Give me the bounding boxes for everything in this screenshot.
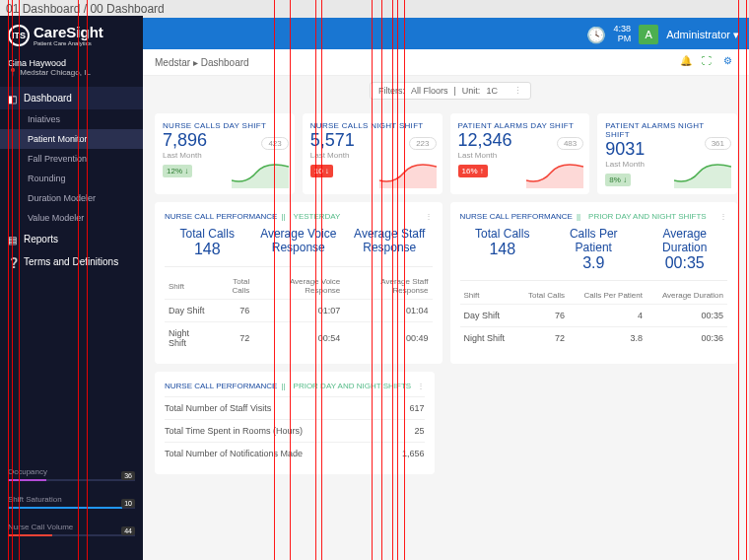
terms-icon: ❔ [8,257,18,267]
metric: Average Staff Response [347,227,433,258]
brand: ITS CareSightPatient Care Analytics [0,16,143,54]
table: ShiftTotal CallsAverage Voice ResponseAv… [165,273,433,354]
nav-sub-value-modeler[interactable]: Value Modeler [0,208,143,228]
table-row: Day Shift76400:35 [460,305,728,327]
sidebar: ITS CareSightPatient Care Analytics Gina… [0,16,143,560]
kpi-pill: 223 [409,137,436,150]
expand-icon[interactable]: ⛶ [702,55,715,69]
metric: Calls Per Patient3.9 [551,227,637,272]
dashboard-icon: ◧ [8,94,18,104]
kpi-card: NURSE CALLS NIGHT SHIFT 5,571 Last Month… [303,113,443,194]
kv-row: Total Number of Staff Visits617 [165,396,425,419]
brand-sub: Patient Care Analytics [34,40,103,46]
nav-dashboard[interactable]: ◧Dashboard [0,87,143,109]
gear-icon[interactable]: ⚙ [723,55,737,69]
kpi-pill: 423 [261,137,288,150]
nav-sub-patient-monitor[interactable]: Patient Monitor [0,129,143,149]
main: Medstar ▸ Dashboard 🔔 ⛶ ⚙ Filters:All Fl… [143,49,749,560]
reports-icon: ▤ [8,235,18,245]
dots-icon[interactable]: ⋮ [719,212,727,221]
table-row: Day Shift7601:0701:04 [165,300,433,322]
avatar[interactable]: A [639,25,658,44]
kv-row: Total Number of Notifications Made1,656 [165,442,425,464]
kpi-title: NURSE CALLS DAY SHIFT [163,121,287,130]
sparkline [674,161,731,188]
brand-name: CareSight [34,24,103,40]
panel-nurse-call-yesterday: NURSE CALL PERFORMANCE || YESTERDAY⋮Tota… [155,202,443,364]
time-display: 4:38PM [614,25,632,44]
kpi-badge: 12% ↓ [163,165,192,177]
role-label[interactable]: Administrator ▾ [666,29,739,41]
clock-icon: 🕓 [586,26,606,44]
nav-reports[interactable]: ▤Reports [0,228,143,250]
metric: Average Voice Response [256,227,342,258]
metric: Total Calls148 [460,227,546,272]
sparkline [232,161,289,188]
panel-nurse-call-prior: NURSE CALL PERFORMANCE || PRIOR DAY AND … [450,202,738,364]
kpi-badge: 10 ↓ [310,165,333,177]
nav-sub-duration-modeler[interactable]: Duration Modeler [0,188,143,208]
user-name: Gina Haywood [8,58,135,68]
sparkline [379,161,437,188]
kpi-card: PATIENT ALARMS DAY SHIFT 12,346 Last Mon… [450,113,590,194]
table: ShiftTotal CallsCalls Per PatientAverage… [460,287,728,349]
dots-icon[interactable]: ⋮ [417,382,425,390]
dots-icon[interactable]: ⋮ [425,212,433,221]
sub-header: Medstar ▸ Dashboard 🔔 ⛶ ⚙ [143,49,749,76]
kpi-sub: Last Month [458,151,582,160]
brand-logo: ITS [8,25,30,46]
filter-bar[interactable]: Filters:All Floors | Unit: 1C ⋮ [370,82,531,100]
user-location: 📍 Medstar Chicago, IL [8,68,135,77]
table-row: Night Shift7200:5400:49 [165,322,433,355]
metric: Total Calls148 [165,227,250,258]
nav-sub-iniatives[interactable]: Iniatives [0,109,143,129]
kpi-pill: 483 [557,137,583,150]
chevron-down-icon: ▾ [733,29,739,40]
nav-sub-fall-prevention[interactable]: Fall Prevention [0,149,143,169]
meter-nurse-call-volume: Nurse Call Volume 44 [8,523,135,536]
nav-sub-rounding[interactable]: Rounding [0,169,143,188]
metric: Average Duration00:35 [643,227,728,272]
chevron-right-icon: ▸ [193,57,198,68]
dots-icon[interactable]: ⋮ [513,86,522,96]
kpi-title: NURSE CALLS NIGHT SHIFT [310,121,435,130]
kpi-card: NURSE CALLS DAY SHIFT 7,896 Last Month 1… [155,113,295,194]
kpi-sub: Last Month [310,151,435,160]
kpi-badge: 8% ↓ [605,174,631,186]
kv-row: Total Time Spent in Rooms (Hours)25 [165,419,425,442]
kpi-card: PATIENT ALARMS NIGHT SHIFT 9031 Last Mon… [597,113,737,194]
bell-icon[interactable]: 🔔 [680,55,694,69]
meter-occupancy: Occupancy 36 [8,467,135,481]
breadcrumb[interactable]: Medstar ▸ Dashboard [155,57,249,68]
table-row: Night Shift723.800:36 [460,327,728,350]
sparkline [526,161,583,188]
kpi-pill: 361 [705,137,731,150]
nav-terms[interactable]: ❔Terms and Definitions [0,250,143,273]
user-info: Gina Haywood 📍 Medstar Chicago, IL [0,54,143,87]
meter-shift-saturation: Shift Saturation 10 [8,495,135,509]
kpi-badge: 16% ↑ [458,165,488,177]
kpi-title: PATIENT ALARMS DAY SHIFT [458,121,582,130]
panel-nurse-call-summary: NURSE CALL PERFORMANCE || PRIOR DAY AND … [155,372,435,474]
kpi-row: NURSE CALLS DAY SHIFT 7,896 Last Month 1… [143,105,749,202]
kpi-sub: Last Month [163,151,287,160]
sidebar-meters: Occupancy 36 Shift Saturation 10 Nurse C… [8,467,135,550]
